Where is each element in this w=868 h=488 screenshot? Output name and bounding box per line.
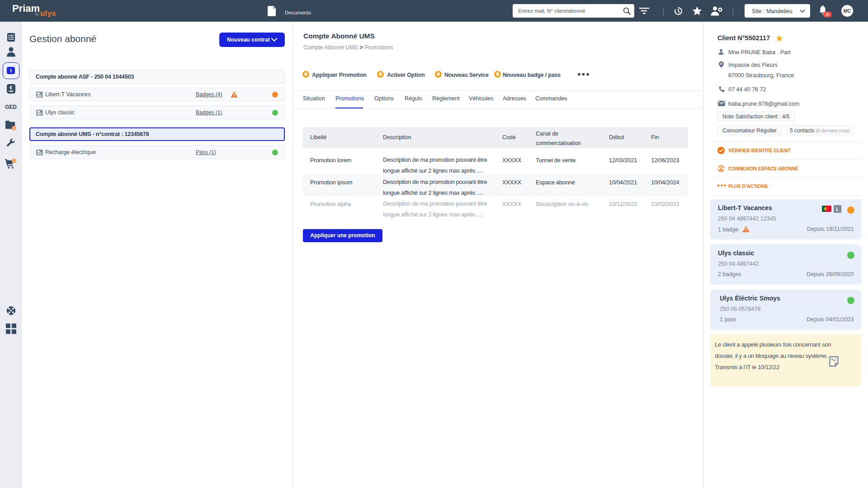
svg-text:€: € (9, 85, 13, 90)
svg-text:L: L (836, 206, 839, 212)
